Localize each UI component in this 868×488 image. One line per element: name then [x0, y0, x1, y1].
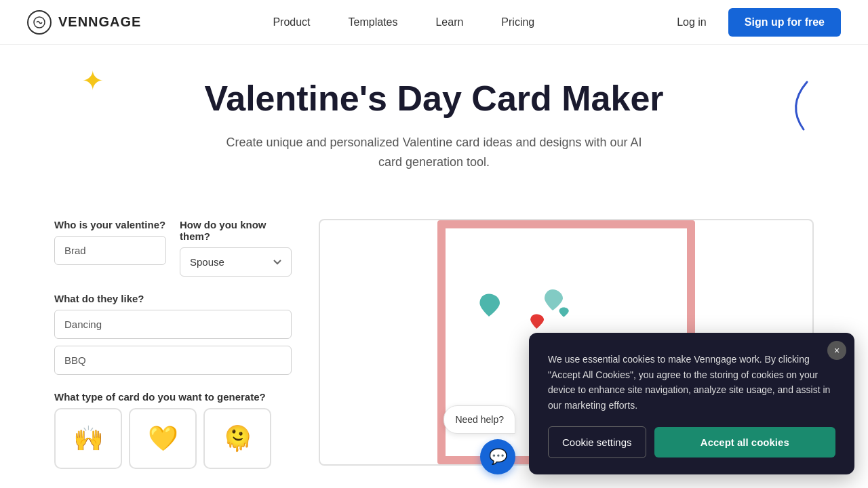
chat-button[interactable]: 💬 — [480, 439, 515, 474]
thoughtful-icon: 🫠 — [222, 424, 253, 453]
card-types-row: 🙌 💛 🫠 — [54, 408, 292, 469]
logo-icon — [27, 10, 52, 35]
logo[interactable]: VENNGAGE — [27, 10, 141, 35]
card-type-group: What type of card do you want to generat… — [54, 391, 292, 469]
name-relationship-row: Who is your valentine? How do you know t… — [54, 219, 292, 277]
cookie-buttons: Cookie settings Accept all cookies — [548, 426, 835, 458]
chat-icon: 💬 — [489, 448, 507, 466]
accept-cookies-button[interactable]: Accept all cookies — [654, 427, 835, 458]
curve-decoration — [780, 79, 814, 133]
hero-subtitle: Create unique and personalized Valentine… — [217, 133, 651, 172]
likes-input-1[interactable] — [54, 310, 292, 339]
card-type-romantic[interactable]: 💛 — [129, 408, 197, 469]
likes-field-group: What do they like? — [54, 293, 292, 375]
logo-text: VENNGAGE — [58, 14, 141, 30]
cookie-settings-button[interactable]: Cookie settings — [548, 426, 646, 458]
page-title: Valentine's Day Card Maker — [14, 79, 854, 119]
login-button[interactable]: Log in — [666, 11, 717, 34]
valentine-input[interactable] — [54, 236, 166, 265]
signup-button[interactable]: Sign up for free — [728, 8, 841, 37]
romantic-icon: 💛 — [148, 424, 178, 453]
navbar: VENNGAGE Product Templates Learn Pricing… — [0, 0, 868, 45]
chat-widget: Need help? 💬 — [443, 405, 515, 474]
nav-actions: Log in Sign up for free — [666, 8, 841, 37]
relationship-select[interactable]: Spouse Partner Friend Family Crush — [180, 247, 292, 277]
likes-input-2[interactable] — [54, 346, 292, 375]
relationship-field-group: How do you know them? Spouse Partner Fri… — [180, 219, 292, 277]
nav-links: Product Templates Learn Pricing — [256, 11, 551, 34]
fun-icon: 🙌 — [73, 424, 104, 453]
nav-learn[interactable]: Learn — [419, 11, 479, 34]
valentine-field-group: Who is your valentine? — [54, 219, 166, 277]
chat-bubble: Need help? — [443, 405, 515, 434]
sparkle-decoration: ✦ — [81, 65, 104, 96]
cookie-banner: × We use essential cookies to make Venng… — [529, 333, 854, 474]
relationship-label: How do you know them? — [180, 219, 292, 242]
card-type-label: What type of card do you want to generat… — [54, 391, 292, 403]
form-section: Who is your valentine? How do you know t… — [54, 219, 292, 485]
nav-pricing[interactable]: Pricing — [485, 11, 551, 34]
cookie-close-button[interactable]: × — [827, 341, 846, 360]
valentine-label: Who is your valentine? — [54, 219, 166, 230]
hero-section: ✦ Valentine's Day Card Maker Create uniq… — [0, 45, 868, 219]
nav-product[interactable]: Product — [256, 11, 326, 34]
nav-templates[interactable]: Templates — [332, 11, 414, 34]
card-type-thoughtful[interactable]: 🫠 — [203, 408, 271, 469]
likes-label: What do they like? — [54, 293, 292, 304]
card-type-fun[interactable]: 🙌 — [54, 408, 122, 469]
cookie-message: We use essential cookies to make Venngag… — [548, 352, 835, 413]
